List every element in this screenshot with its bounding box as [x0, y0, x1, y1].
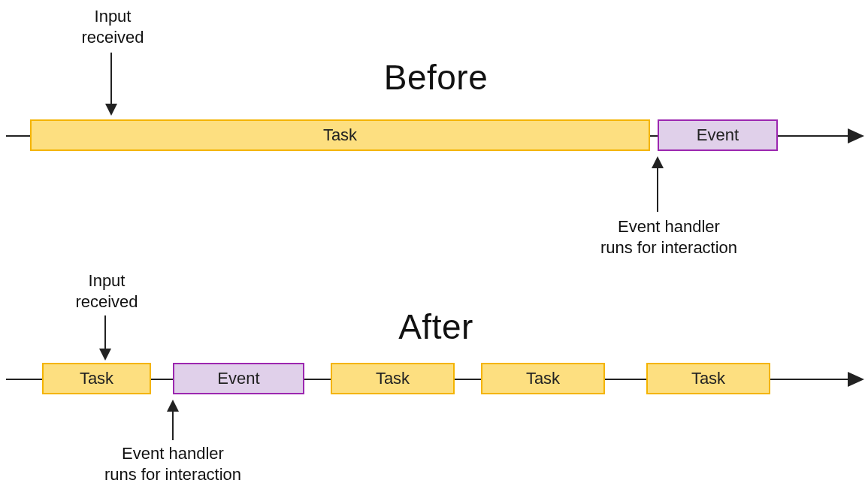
- before-event-label: Event: [697, 125, 739, 145]
- before-timeline-arrowhead: [848, 128, 864, 143]
- before-task-block: Task: [30, 119, 650, 151]
- after-handler-arrow-line: [172, 412, 174, 440]
- after-timeline-arrowhead: [848, 372, 864, 387]
- before-task-label: Task: [323, 125, 357, 145]
- before-handler-arrow-head: [652, 156, 664, 168]
- after-task4-block: Task: [646, 363, 770, 394]
- diagram-canvas: Before Input received Task Event Event h…: [0, 0, 868, 486]
- after-handler-label-line2: runs for interaction: [104, 465, 241, 484]
- before-title: Before: [353, 57, 519, 98]
- after-task3-block: Task: [481, 363, 605, 394]
- before-input-label-line2: received: [81, 28, 144, 47]
- after-title: After: [368, 306, 504, 347]
- after-task1-block: Task: [42, 363, 151, 394]
- before-handler-label: Event handler runs for interaction: [586, 216, 752, 258]
- after-event-label: Event: [217, 369, 259, 388]
- before-handler-arrow-line: [657, 168, 658, 212]
- after-task4-label: Task: [691, 369, 725, 388]
- before-input-arrow-head: [105, 104, 117, 116]
- after-input-label-line1: Input: [89, 271, 126, 290]
- after-handler-label-line1: Event handler: [122, 444, 224, 463]
- after-handler-arrow-head: [167, 400, 179, 412]
- after-input-label-line2: received: [75, 292, 138, 311]
- before-handler-label-line1: Event handler: [618, 217, 720, 236]
- before-handler-label-line2: runs for interaction: [600, 238, 737, 257]
- after-task2-label: Task: [376, 369, 410, 388]
- after-input-arrow-line: [104, 315, 106, 349]
- after-input-arrow-head: [99, 349, 111, 361]
- before-input-label: Input received: [68, 6, 158, 47]
- before-input-arrow-line: [110, 53, 112, 104]
- after-event-block: Event: [173, 363, 304, 394]
- after-task3-label: Task: [526, 369, 560, 388]
- after-task1-label: Task: [80, 369, 113, 388]
- after-handler-label: Event handler runs for interaction: [90, 443, 256, 484]
- before-input-label-line1: Input: [95, 7, 132, 26]
- after-task2-block: Task: [331, 363, 455, 394]
- before-event-block: Event: [658, 119, 778, 151]
- after-input-label: Input received: [62, 270, 152, 312]
